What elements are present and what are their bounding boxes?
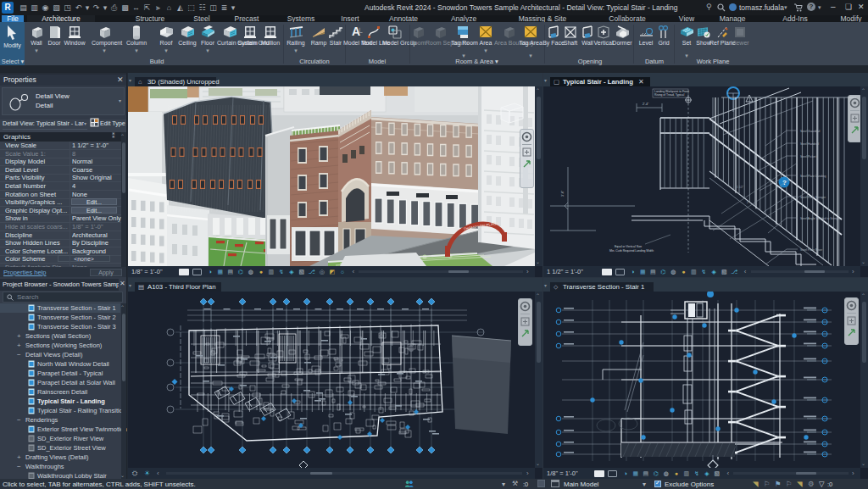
svg-text:Rising of Tread, Typical: Rising of Tread, Typical [654, 93, 684, 97]
svg-text:3'-6": 3'-6" [561, 190, 565, 197]
svg-text:2'-4": 2'-4" [643, 103, 649, 106]
svg-text:2": 2" [747, 201, 749, 204]
svg-text:Min. Curb Required Landing Wid: Min. Curb Required Landing Width [609, 249, 654, 253]
svg-text:Steel Picket: Steel Picket [800, 155, 816, 158]
svg-text:Steel Plate Riser: Steel Plate Riser [800, 248, 823, 252]
svg-text:Steel Plate Stringer: Steel Plate Stringer [800, 196, 826, 199]
svg-text:Steel Plate Landing: Steel Plate Landing [800, 175, 826, 178]
svg-text:1 1/2": 1 1/2" [737, 186, 743, 189]
svg-text:Steel Angle Welded to Stringer: Steel Angle Welded to Stringer [800, 217, 841, 220]
svg-text:Steel Guardrail: Steel Guardrail [800, 130, 821, 133]
svg-text:Steel Handrail: Steel Handrail [800, 142, 819, 146]
svg-text:Equal or Vertical Size: Equal or Vertical Size [615, 245, 642, 248]
svg-text:3": 3" [755, 169, 758, 172]
